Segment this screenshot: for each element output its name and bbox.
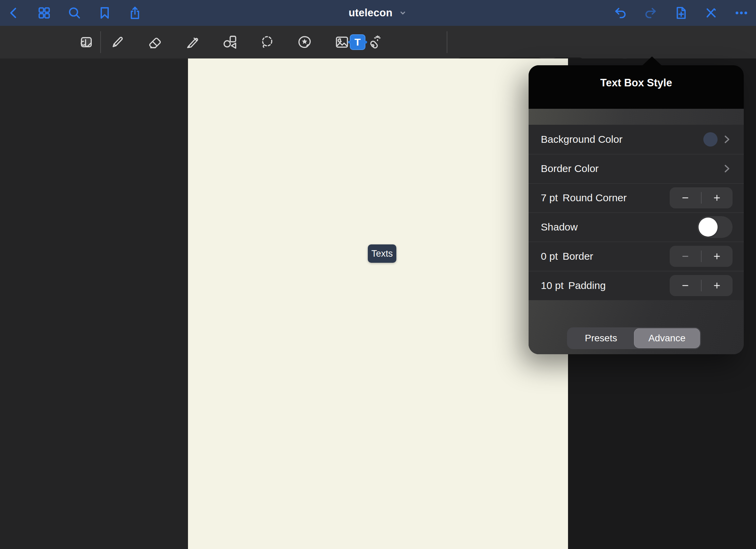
chevron-right-icon [721, 163, 733, 174]
elements-panel-icon[interactable] [78, 34, 94, 50]
text-box-style-popover: Text Box Style Background Color Border C… [529, 65, 744, 354]
redo-icon[interactable] [643, 6, 658, 20]
undo-icon[interactable] [613, 6, 628, 20]
document-page[interactable] [188, 58, 568, 549]
popover-arrow [642, 56, 662, 66]
row-round-corner: 7 pt Round Corner [529, 183, 744, 212]
text-tool-handle-left [348, 41, 351, 44]
canvas-text-box-label: Texts [371, 248, 393, 259]
popover-preview-strip [529, 109, 744, 125]
border-width-stepper [670, 246, 733, 267]
shadow-toggle-off[interactable] [697, 216, 733, 238]
text-tool-glyph: T [355, 36, 361, 48]
image-tool-icon[interactable] [334, 34, 350, 50]
toolbar-divider [100, 31, 101, 53]
tab-advance[interactable]: Advance [634, 328, 700, 348]
page-title: utelecon [348, 7, 392, 19]
border-width-label: Border [563, 251, 593, 262]
row-shadow: Shadow [529, 212, 744, 242]
highlighter-tool-icon[interactable] [185, 34, 200, 50]
padding-stepper [670, 275, 733, 296]
top-navigation-bar: utelecon [0, 0, 756, 26]
border-width-plus-button[interactable] [702, 246, 733, 267]
popover-title: Text Box Style [600, 77, 672, 89]
lasso-tool-icon[interactable] [259, 34, 275, 50]
canvas-background-left [0, 58, 188, 549]
row-padding: 10 pt Padding [529, 271, 744, 300]
round-corner-stepper [670, 187, 733, 208]
popover-footer: Presets Advance [529, 300, 744, 354]
border-width-minus-button[interactable] [670, 246, 701, 267]
round-corner-minus-button[interactable] [670, 187, 701, 208]
presets-advance-segmented-control: Presets Advance [567, 327, 701, 349]
more-options-icon[interactable] [734, 6, 749, 20]
row-border-color[interactable]: Border Color [529, 154, 744, 183]
shapes-tool-icon[interactable] [222, 34, 238, 50]
toolbar-divider-2 [447, 31, 447, 53]
tool-bar: T HiraginoSans-... 16 T [0, 26, 756, 58]
round-corner-label: Round Corner [563, 192, 626, 204]
padding-minus-button[interactable] [670, 275, 701, 296]
sticker-tool-icon[interactable] [297, 34, 312, 50]
pen-tool-icon[interactable] [110, 34, 125, 50]
row-background-color-label: Background Color [541, 134, 622, 145]
popover-rows: Background Color Border Color 7 pt Round… [529, 125, 744, 300]
tab-presets-label: Presets [585, 333, 617, 344]
round-corner-value: 7 pt [541, 192, 558, 204]
row-background-color[interactable]: Background Color [529, 125, 744, 154]
tab-advance-label: Advance [649, 333, 686, 344]
title-chevron-down-icon [398, 8, 408, 18]
laser-pointer-tool-icon[interactable] [365, 34, 381, 50]
add-page-icon[interactable] [674, 6, 688, 20]
pen-mode-toggle-icon[interactable] [704, 6, 718, 20]
canvas-text-box[interactable]: Texts [368, 244, 396, 263]
chevron-right-icon [721, 134, 733, 145]
padding-plus-button[interactable] [702, 275, 733, 296]
text-tool-icon-active[interactable]: T [350, 34, 365, 50]
row-border-width: 0 pt Border [529, 242, 744, 271]
padding-value: 10 pt [541, 280, 564, 291]
toggle-knob [699, 218, 718, 237]
eraser-tool-icon[interactable] [147, 34, 163, 50]
padding-label: Padding [568, 280, 606, 291]
round-corner-plus-button[interactable] [702, 187, 733, 208]
popover-header: Text Box Style [529, 65, 744, 109]
border-width-value: 0 pt [541, 251, 558, 262]
tab-presets[interactable]: Presets [568, 328, 634, 348]
background-color-swatch [703, 132, 718, 147]
app-window: utelecon [0, 0, 756, 549]
shadow-label: Shadow [541, 221, 578, 233]
row-border-color-label: Border Color [541, 163, 599, 174]
